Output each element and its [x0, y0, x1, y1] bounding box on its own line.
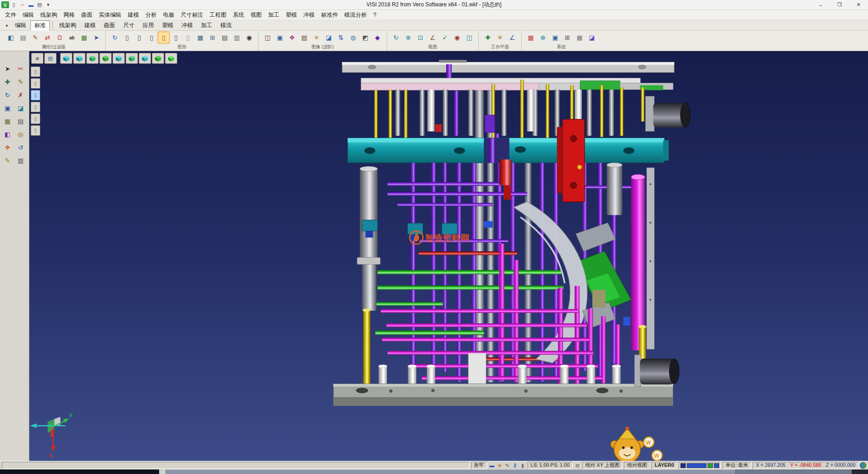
menu-item[interactable]: 建模 [125, 10, 142, 20]
layer-color-bar[interactable] [687, 463, 707, 468]
plane-display-icon[interactable]: ◪ [586, 32, 598, 43]
redraw-icon[interactable]: ↻ [109, 32, 121, 43]
menu-item[interactable]: 网格 [61, 10, 78, 20]
snapshot-icon[interactable]: ◉ [243, 32, 255, 43]
filter-solids-icon[interactable]: ▯ [31, 102, 40, 112]
save-icon[interactable]: ▬ [27, 1, 35, 8]
zoom-extents-icon[interactable]: ⊕ [402, 32, 414, 43]
menu-item[interactable]: 电极 [160, 10, 178, 20]
menu-item[interactable]: 视图 [247, 10, 265, 20]
menu-item[interactable]: 冲模 [300, 10, 318, 20]
sketch-icon[interactable]: ✎ [14, 76, 27, 88]
rotate-icon[interactable]: ↻ [1, 89, 14, 101]
color-table-icon[interactable]: ▦ [525, 32, 537, 43]
materials-icon[interactable]: ❖ [286, 32, 298, 43]
view-bottom-icon[interactable] [139, 53, 151, 64]
view-front-icon[interactable] [73, 53, 85, 64]
paint-icon[interactable]: ✎ [504, 462, 511, 469]
world-settings-icon[interactable]: ⊕ [537, 32, 549, 43]
active-layer-readout[interactable]: LAYER0 [651, 462, 677, 469]
mesh-icon[interactable]: ▦ [1, 115, 14, 127]
two-viewports-icon[interactable]: ▯ [133, 32, 145, 43]
view-top-icon[interactable] [86, 53, 99, 64]
menu-item[interactable]: 实体编辑 [96, 10, 125, 20]
hidden-line-icon[interactable]: ▯ [182, 32, 194, 43]
new-document-icon[interactable]: ▯ [10, 1, 18, 8]
selection-filter-icon[interactable]: ➤ [90, 32, 102, 43]
single-viewport-icon[interactable]: ▯ [121, 32, 133, 43]
restore-button[interactable]: ❐ [830, 0, 849, 9]
session-save-icon[interactable]: ▬ [489, 462, 495, 469]
ribbon-tab[interactable]: 加工 [197, 20, 217, 31]
lock-status[interactable]: 拴牢 [471, 462, 487, 469]
view-dynamic-icon[interactable] [165, 53, 177, 64]
highlight-color-swatch[interactable] [714, 463, 719, 468]
viewport-3d[interactable]: 智造资料网 X Y [29, 51, 868, 461]
open-file-icon[interactable]: ▱ [19, 1, 26, 8]
print-icon[interactable]: ▤ [36, 1, 43, 8]
view-right-icon[interactable] [113, 53, 125, 64]
shaded-view-icon[interactable]: ▯ [158, 32, 170, 43]
attributes-icon[interactable]: ▤ [17, 32, 29, 43]
layer-color-swatch[interactable] [680, 463, 686, 468]
lighting-icon[interactable]: ☀ [311, 32, 322, 43]
edit-attributes-icon[interactable]: ✎ [29, 32, 41, 43]
ribbon-tab[interactable]: 曲面 [100, 20, 119, 31]
solid-icon[interactable]: ▣ [1, 102, 14, 114]
swap-attributes-icon[interactable]: ⇄ [42, 32, 53, 43]
move-icon[interactable]: ✚ [1, 76, 14, 88]
viewport-3d-scene[interactable]: 智造资料网 X Y [29, 51, 868, 461]
visi-logo[interactable]: V [1, 1, 9, 8]
snap-icon[interactable]: ◎ [14, 128, 27, 140]
delete-icon[interactable]: ✗ [14, 89, 27, 101]
section-icon[interactable]: ◫ [463, 32, 475, 43]
compass-icon[interactable]: ⊕ [496, 462, 503, 469]
workplane-entity-icon[interactable]: ∠ [506, 32, 518, 43]
magnet-filter-icon[interactable]: Ω [54, 32, 66, 43]
stereo-view-icon[interactable]: ◫ [262, 32, 274, 43]
annotate-icon[interactable]: ✎ [1, 155, 14, 166]
zoom-indicator-icon[interactable]: ⊙ [574, 462, 581, 469]
properties-icon[interactable]: ◧ [5, 32, 17, 43]
plot-icon[interactable]: ▥ [14, 155, 27, 166]
texture-icon[interactable]: ▨ [298, 32, 310, 43]
filter-curves-icon[interactable]: ▯ [31, 78, 40, 89]
ribbon-tab[interactable]: 模流 [217, 20, 236, 31]
filter-points-icon[interactable]: ▯ [31, 66, 40, 77]
menu-item[interactable]: 模流分析 [341, 10, 370, 20]
measure-icon[interactable]: ∠ [427, 32, 439, 43]
background-icon[interactable]: ◪ [323, 32, 335, 43]
menu-item[interactable]: 系统 [230, 10, 247, 20]
mouse-icon[interactable]: ▮ [519, 462, 526, 469]
advanced-shading-icon[interactable]: ◆ [372, 32, 383, 43]
workplane-icon[interactable]: ◧ [1, 128, 14, 140]
view-orientation-readout[interactable]: 绝对 XY 上视图 [582, 462, 623, 469]
calculator-icon[interactable]: ⊞ [561, 32, 573, 43]
menu-item[interactable]: 加工 [265, 10, 283, 20]
menu-item[interactable]: 尺寸标注 [178, 10, 207, 20]
wireframe-view-icon[interactable]: ▯ [170, 32, 182, 43]
view-list-icon[interactable]: ≡ [31, 53, 43, 64]
grid-view-icon[interactable]: ▦ [194, 32, 206, 43]
dynamic-view-icon[interactable]: ↻ [390, 32, 402, 43]
ribbon-tab[interactable]: 尺寸 [119, 20, 139, 31]
toolbar-dropdown-icon[interactable]: ▾ [3, 23, 11, 28]
workplane-color-swatch[interactable] [708, 463, 713, 468]
select-icon[interactable]: ➤ [1, 63, 14, 75]
verify-icon[interactable]: ✓ [439, 32, 451, 43]
counter-badge[interactable]: 2 [512, 462, 519, 469]
preferences-icon[interactable]: ▣ [549, 32, 561, 43]
ribbon-tab[interactable]: 建模 [80, 20, 100, 31]
menu-item[interactable]: 工程图 [207, 10, 230, 20]
filter-all-icon[interactable]: ▯ [31, 125, 40, 136]
menu-item[interactable]: 编辑 [19, 10, 37, 20]
quick-access-dropdown-icon[interactable]: ▾ [44, 1, 52, 8]
shadows-icon[interactable]: ◩ [359, 32, 371, 43]
transparency-icon[interactable]: ◍ [347, 32, 359, 43]
undo-icon[interactable]: ↺ [14, 142, 27, 153]
menu-item[interactable]: 文件 [2, 10, 19, 20]
view-left-icon[interactable] [99, 53, 112, 64]
workplane-standard-icon[interactable]: ✚ [482, 32, 494, 43]
text-filter-icon[interactable]: ab [66, 32, 78, 43]
view-axonometric-icon[interactable] [152, 53, 164, 64]
